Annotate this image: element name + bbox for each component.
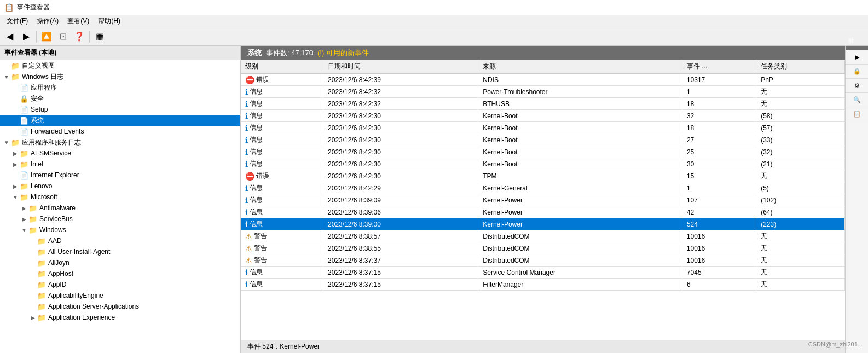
cell-datetime: 2023/12/6 8:37:15 xyxy=(323,267,478,279)
cell-eventid: 107 xyxy=(682,194,756,206)
cell-level: ℹ信息 xyxy=(241,279,323,291)
tree-item-apphost[interactable]: 📁AppHost xyxy=(0,268,240,279)
tree-item-application-experience[interactable]: ▶📁Application Experience xyxy=(0,312,240,323)
menu-item-file[interactable]: 文件(F) xyxy=(2,15,32,27)
tree-item-lenovo[interactable]: ▶📁Lenovo xyxy=(0,181,240,192)
cell-eventid: 10317 xyxy=(682,73,756,86)
table-row[interactable]: ⛔错误2023/12/6 8:42:30TPM15无 xyxy=(241,170,845,182)
tree-item-label: Antimalware xyxy=(39,204,76,212)
tree-item-forwarded-events[interactable]: 📄Forwarded Events xyxy=(0,126,240,137)
col-datetime[interactable]: 日期和时间 xyxy=(323,60,478,73)
table-row[interactable]: ℹ信息2023/12/6 8:39:00Kernel-Power524(223) xyxy=(241,218,845,230)
col-taskcategory[interactable]: 任务类别 xyxy=(756,60,845,73)
tree-container[interactable]: 📁自定义视图▼📁Windows 日志📄应用程序🔒安全📄Setup📄系统📄Forw… xyxy=(0,60,240,353)
tree-expand-btn[interactable]: ▼ xyxy=(2,74,11,80)
col-source[interactable]: 来源 xyxy=(478,60,682,73)
level-text: 信息 xyxy=(250,99,263,108)
level-icon: ℹ xyxy=(245,88,248,96)
tree-expand-btn[interactable]: ▼ xyxy=(2,140,11,146)
cell-datetime: 2023/12/6 8:42:30 xyxy=(323,122,478,134)
table-row[interactable]: ℹ信息2023/12/6 8:42:32Power-Troubleshooter… xyxy=(241,86,845,98)
tree-item-icon: 📁 xyxy=(28,226,37,234)
action-btn-2[interactable]: 🔒 xyxy=(846,65,868,79)
tree-item-aad[interactable]: 📁AAD xyxy=(0,235,240,246)
table-row[interactable]: ⚠警告2023/12/6 8:38:55DistributedCOM10016无 xyxy=(241,242,845,254)
table-row[interactable]: ℹ信息2023/12/6 8:42:29Kernel-General1(5) xyxy=(241,182,845,194)
tree-expand-btn[interactable]: ▶ xyxy=(11,151,20,157)
action-btn-1[interactable]: ▶ xyxy=(846,50,868,65)
tree-item-applicability-engine[interactable]: 📁ApplicabilityEngine xyxy=(0,290,240,301)
tree-item-microsoft[interactable]: ▼📁Microsoft xyxy=(0,192,240,202)
tree-item-system[interactable]: 📄系统 xyxy=(0,115,240,126)
cell-source: Kernel-Boot xyxy=(478,146,682,158)
tree-item-antimalware[interactable]: ▶📁Antimalware xyxy=(0,202,240,213)
tree-item-windows-log[interactable]: ▼📁Windows 日志 xyxy=(0,71,240,82)
action-btn-5[interactable]: 📋 xyxy=(846,107,868,121)
tree-item-appid[interactable]: 📁AppID xyxy=(0,279,240,290)
action-panel-header[interactable]: 操 xyxy=(846,46,868,50)
refresh-button[interactable]: 🔼 xyxy=(39,29,54,44)
table-row[interactable]: ⚠警告2023/12/6 8:38:57DistributedCOM10016无 xyxy=(241,230,845,242)
tree-item-security[interactable]: 🔒安全 xyxy=(0,93,240,104)
cell-datetime: 2023/12/6 8:38:55 xyxy=(323,242,478,254)
table-row[interactable]: ⚠警告2023/12/6 8:37:37DistributedCOM10016无 xyxy=(241,254,845,267)
tree-item-intel[interactable]: ▶📁Intel xyxy=(0,159,240,170)
tree-item-internet-explorer[interactable]: 📄Internet Explorer xyxy=(0,170,240,181)
right-panel: 系统 事件数: 47,170 (!) 可用的新事件 级别 日期和时间 来源 事件… xyxy=(241,46,845,353)
tree-expand-btn[interactable]: ▼ xyxy=(11,194,20,200)
tree-item-setup[interactable]: 📄Setup xyxy=(0,104,240,115)
table-row[interactable]: ℹ信息2023/12/6 8:39:09Kernel-Power107(102) xyxy=(241,194,845,206)
level-icon: ⛔ xyxy=(245,172,254,181)
table-row[interactable]: ℹ信息2023/12/6 8:42:30Kernel-Boot32(58) xyxy=(241,110,845,122)
table-row[interactable]: ℹ信息2023/12/6 8:37:15Service Control Mana… xyxy=(241,267,845,279)
tree-item-aesmservice[interactable]: ▶📁AESMService xyxy=(0,148,240,159)
columns-button[interactable]: ▦ xyxy=(92,29,107,44)
tree-expand-btn[interactable]: ▼ xyxy=(20,227,28,233)
col-eventid[interactable]: 事件 ... xyxy=(682,60,756,73)
table-row[interactable]: ℹ信息2023/12/6 8:37:15FilterManager6无 xyxy=(241,279,845,291)
tree-item-custom-views[interactable]: 📁自定义视图 xyxy=(0,60,240,71)
table-row[interactable]: ℹ信息2023/12/6 8:42:32BTHUSB18无 xyxy=(241,98,845,110)
tree-item-application[interactable]: 📄应用程序 xyxy=(0,82,240,93)
tree-item-windows-sub[interactable]: ▼📁Windows xyxy=(0,224,240,235)
tree-item-alljoyn[interactable]: 📁AllJoyn xyxy=(0,257,240,268)
table-row[interactable]: ℹ信息2023/12/6 8:42:30Kernel-Boot25(32) xyxy=(241,146,845,158)
menu-item-help[interactable]: 帮助(H) xyxy=(94,15,125,27)
col-level[interactable]: 级别 xyxy=(241,60,323,73)
cell-taskcategory: PnP xyxy=(756,73,845,86)
tree-expand-btn[interactable]: ▶ xyxy=(20,205,28,211)
menu-item-view[interactable]: 查看(V) xyxy=(63,15,94,27)
table-row[interactable]: ℹ信息2023/12/6 8:39:06Kernel-Power42(64) xyxy=(241,206,845,218)
tree-item-icon: 📁 xyxy=(37,303,46,311)
tree-item-icon: 📁 xyxy=(11,138,20,147)
menu-item-action[interactable]: 操作(A) xyxy=(32,15,63,27)
tree-item-servicebus[interactable]: ▶📁ServiceBus xyxy=(0,213,240,224)
forward-button[interactable]: ▶ xyxy=(19,29,34,44)
view-toggle-button[interactable]: ⊡ xyxy=(55,29,71,44)
tree-item-app-server-apps[interactable]: 📁Application Server-Applications xyxy=(0,301,240,312)
level-text: 信息 xyxy=(250,268,263,277)
cell-eventid: 1 xyxy=(682,182,756,194)
action-btn-4[interactable]: 🔍 xyxy=(846,93,868,107)
tree-item-app-service-log[interactable]: ▼📁应用程序和服务日志 xyxy=(0,137,240,148)
tree-expand-btn[interactable]: ▶ xyxy=(11,161,20,167)
table-row[interactable]: ℹ信息2023/12/6 8:42:30Kernel-Boot30(21) xyxy=(241,158,845,170)
tree-item-icon: 📁 xyxy=(37,314,46,322)
table-row[interactable]: ⛔错误2023/12/6 8:42:39NDIS10317PnP xyxy=(241,73,845,86)
back-button[interactable]: ◀ xyxy=(2,29,18,44)
table-row[interactable]: ℹ信息2023/12/6 8:42:30Kernel-Boot18(57) xyxy=(241,122,845,134)
table-row[interactable]: ℹ信息2023/12/6 8:42:30Kernel-Boot27(33) xyxy=(241,134,845,146)
toolbar: ◀ ▶ 🔼 ⊡ ❓ ▦ xyxy=(0,27,868,46)
help-button[interactable]: ❓ xyxy=(72,29,87,44)
tree-item-icon: 📁 xyxy=(11,73,20,81)
tree-expand-btn[interactable]: ▶ xyxy=(11,183,20,189)
events-header: 系统 事件数: 47,170 (!) 可用的新事件 xyxy=(241,46,845,60)
level-text: 信息 xyxy=(250,159,263,169)
tree-item-all-user-install-agent[interactable]: 📁All-User-Install-Agent xyxy=(0,246,240,257)
events-table-container[interactable]: 级别 日期和时间 来源 事件 ... 任务类别 ⛔错误2023/12/6 8:4… xyxy=(241,60,845,340)
cell-source: Kernel-Boot xyxy=(478,134,682,146)
tree-expand-btn[interactable]: ▶ xyxy=(20,216,28,222)
action-btn-3[interactable]: ⚙ xyxy=(846,79,868,93)
cell-taskcategory: 无 xyxy=(756,170,845,182)
tree-expand-btn[interactable]: ▶ xyxy=(28,315,37,321)
